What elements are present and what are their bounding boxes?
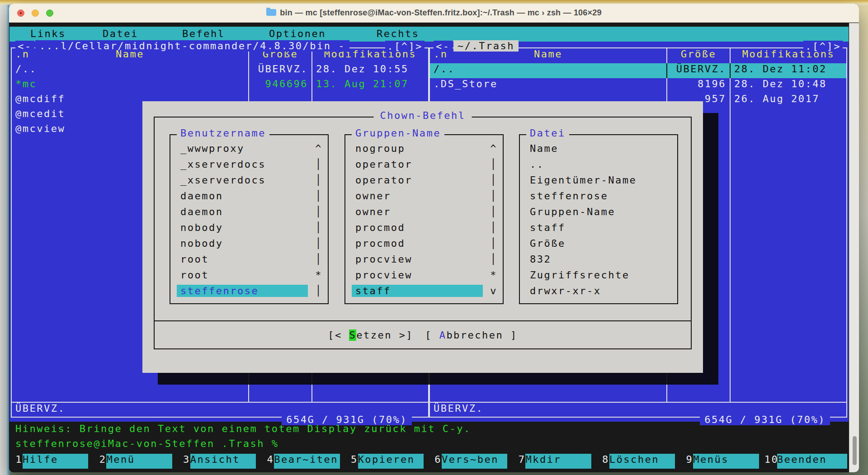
shell-prompt[interactable]: steffenrose@iMac-von-Steffen .Trash % xyxy=(15,438,279,449)
fkey-8[interactable]: 8Löschen xyxy=(597,454,680,469)
list-scroll-indicator[interactable]: │ xyxy=(490,159,497,170)
mc-screen: LinksDateiBefehlOptionenRechts <- ...l/C… xyxy=(9,23,849,472)
fkey-6[interactable]: 6Vers~ben xyxy=(429,454,513,469)
user-list-item[interactable]: daemon│ xyxy=(170,206,328,221)
file-list-item[interactable]: Eigentümer-Name xyxy=(520,174,677,190)
user-list-item[interactable]: steffenrose│ xyxy=(170,285,328,301)
list-scroll-indicator[interactable]: ^ xyxy=(315,143,322,154)
group-list-item[interactable]: staffv xyxy=(345,285,503,301)
list-scroll-indicator[interactable]: │ xyxy=(490,222,497,233)
file-list-item[interactable]: Größe xyxy=(520,237,677,253)
list-scroll-indicator[interactable]: │ xyxy=(315,174,322,186)
file-list-item[interactable]: steffenrose xyxy=(520,190,677,206)
menu-item-datei[interactable]: Datei xyxy=(103,28,138,39)
right-panel-corner[interactable]: .[^]> xyxy=(803,41,843,52)
group-list-item[interactable]: operator│ xyxy=(345,174,503,190)
user-list-item[interactable]: _wwwproxy^ xyxy=(170,142,328,158)
fkey-label: Beenden xyxy=(777,454,847,469)
window-titlebar[interactable]: bin — mc [steffenrose@iMac-von-Steffen.f… xyxy=(9,4,859,23)
user-list-item[interactable]: daemon│ xyxy=(170,190,328,206)
list-scroll-indicator[interactable]: │ xyxy=(315,206,322,217)
menu-item-optionen[interactable]: Optionen xyxy=(269,28,326,39)
sort-indicator[interactable]: .n xyxy=(434,48,448,60)
group-list-item[interactable]: operator│ xyxy=(345,158,503,174)
file-list-item[interactable]: Name xyxy=(520,142,677,158)
scrollbar-track[interactable] xyxy=(849,23,859,472)
list-scroll-indicator[interactable]: v xyxy=(490,285,497,296)
fkey-9[interactable]: 9Menüs xyxy=(680,454,764,469)
user-list-item[interactable]: _xserverdocs│ xyxy=(170,174,328,190)
list-scroll-indicator[interactable]: │ xyxy=(315,238,322,249)
column-header-name[interactable]: .n Name xyxy=(430,48,666,63)
file-list-item[interactable]: Zugriffsrechte xyxy=(520,269,677,285)
list-scroll-indicator[interactable]: │ xyxy=(315,222,322,233)
list-item-label: steffenrose xyxy=(526,190,657,202)
list-scroll-indicator[interactable]: │ xyxy=(315,159,322,170)
fkey-number: 6 xyxy=(429,454,442,469)
list-scroll-indicator[interactable]: │ xyxy=(490,190,497,202)
fkey-4[interactable]: 4Bear~iten xyxy=(261,454,345,469)
fkey-number: 4 xyxy=(261,454,274,469)
list-scroll-indicator[interactable]: │ xyxy=(490,174,497,186)
user-list-item[interactable]: root* xyxy=(170,269,328,285)
group-list-item[interactable]: procmod│ xyxy=(345,237,503,253)
table-row[interactable]: /..ÜBERVZ.28. Dez 10:55 xyxy=(12,63,428,78)
user-list-item[interactable]: nobody│ xyxy=(170,237,328,253)
table-row[interactable]: /..ÜBERVZ.28. Dez 11:02 xyxy=(430,63,846,78)
column-header-name[interactable]: .n Name xyxy=(12,48,248,63)
user-list-item[interactable]: _xserverdocs│ xyxy=(170,158,328,174)
fkey-number: 3 xyxy=(178,454,190,469)
group-list-item[interactable]: procmod│ xyxy=(345,221,503,237)
list-scroll-indicator[interactable]: │ xyxy=(490,206,497,217)
list-item-label: nogroup xyxy=(352,142,483,155)
menu-item-befehl[interactable]: Befehl xyxy=(182,28,225,39)
list-scroll-indicator[interactable]: ^ xyxy=(490,143,497,154)
group-list-item[interactable]: owner│ xyxy=(345,206,503,221)
menu-item-links[interactable]: Links xyxy=(30,28,66,39)
cancel-button[interactable]: [ Abbrechen ] xyxy=(425,329,518,341)
list-item-label: Gruppen-Name xyxy=(526,206,657,218)
file-list-item[interactable]: .. xyxy=(520,158,677,174)
file-list-item[interactable]: Gruppen-Name xyxy=(520,206,677,221)
fkey-label: Vers~ben xyxy=(442,454,507,469)
list-scroll-indicator[interactable]: │ xyxy=(315,285,322,296)
fkey-7[interactable]: 7Mkdir xyxy=(513,454,596,469)
scrollbar-thumb[interactable] xyxy=(853,436,857,465)
group-list-item[interactable]: owner│ xyxy=(345,190,503,206)
fkey-1[interactable]: 1Hilfe xyxy=(10,454,94,469)
menu-item-rechts[interactable]: Rechts xyxy=(377,28,419,39)
list-item-label: procview xyxy=(352,253,483,265)
user-list-item[interactable]: nobody│ xyxy=(170,221,328,237)
list-item-label: steffenrose xyxy=(177,285,308,297)
user-list-item[interactable]: root│ xyxy=(170,253,328,269)
list-scroll-indicator[interactable]: * xyxy=(315,269,322,281)
fkey-3[interactable]: 3Ansicht xyxy=(178,454,261,469)
list-scroll-indicator[interactable]: │ xyxy=(315,254,322,265)
file-info-list-items: Name..Eigentümer-NamesteffenroseGruppen-… xyxy=(520,142,677,301)
list-scroll-indicator[interactable]: * xyxy=(490,269,497,281)
file-list-item[interactable]: 832 xyxy=(520,253,677,269)
list-item-label: drwxr-xr-x xyxy=(526,285,657,297)
fkey-10[interactable]: 10Beenden xyxy=(764,454,848,469)
group-list-item[interactable]: procview* xyxy=(345,269,503,285)
list-item-label: root xyxy=(177,253,308,265)
folder-icon xyxy=(266,9,276,16)
fkey-5[interactable]: 5Kopieren xyxy=(345,454,429,469)
file-list-item[interactable]: drwxr-xr-x xyxy=(520,285,677,301)
list-scroll-indicator[interactable]: │ xyxy=(490,254,497,265)
list-scroll-indicator[interactable]: │ xyxy=(315,190,322,202)
list-scroll-indicator[interactable]: │ xyxy=(490,238,497,249)
file-list-item[interactable]: staff xyxy=(520,221,677,237)
column-header-size[interactable]: Größe xyxy=(666,48,730,63)
group-list-item[interactable]: nogroup^ xyxy=(345,142,503,158)
left-panel-corner[interactable]: .[^]> xyxy=(385,41,425,52)
list-item-label: .. xyxy=(526,158,657,170)
set-button[interactable]: [< Setzen >] xyxy=(328,329,413,341)
terminal-content[interactable]: LinksDateiBefehlOptionenRechts <- ...l/C… xyxy=(9,23,859,472)
table-row[interactable]: .DS_Store819628. Dez 10:48 xyxy=(430,78,846,93)
group-list-item[interactable]: procview│ xyxy=(345,253,503,269)
table-row[interactable]: *mc94669613. Aug 21:07 xyxy=(12,78,428,93)
sort-indicator[interactable]: .n xyxy=(15,48,30,60)
fkey-2[interactable]: 2Menü xyxy=(94,454,177,469)
list-item-label: operator xyxy=(352,174,483,186)
